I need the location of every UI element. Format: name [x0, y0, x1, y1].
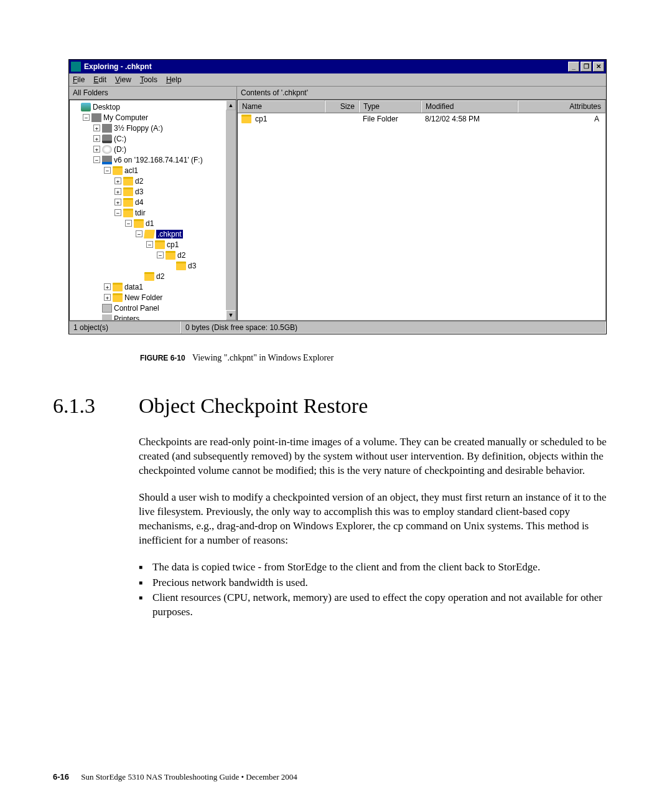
tree-item[interactable]: +d2 — [72, 176, 235, 186]
expander-icon[interactable]: + — [93, 125, 100, 131]
menu-view[interactable]: View — [115, 75, 131, 84]
col-attributes[interactable]: Attributes — [518, 100, 605, 113]
file-row[interactable]: cp1 File Folder 8/12/02 4:58 PM A — [238, 113, 605, 125]
scroll-down-icon[interactable]: ▼ — [226, 310, 236, 320]
tree-label: My Computer — [103, 113, 148, 122]
menu-help[interactable]: Help — [166, 75, 182, 84]
folder-icon — [123, 209, 133, 217]
tree-item[interactable]: Printers — [72, 313, 235, 321]
file-attributes: A — [518, 114, 605, 124]
folder-icon — [113, 293, 123, 302]
menu-file[interactable]: File — [73, 75, 85, 84]
col-name[interactable]: Name — [238, 100, 325, 113]
tree-item[interactable]: Control Panel — [72, 303, 235, 313]
expander-icon[interactable]: + — [104, 283, 111, 290]
tree-label: cp1 — [167, 240, 179, 249]
computer-icon — [91, 113, 101, 122]
tree-item[interactable]: −acl1 — [72, 165, 235, 176]
tree-label: 3½ Floppy (A:) — [114, 124, 163, 133]
bullet-1: The data is copied twice - from StorEdge… — [139, 560, 622, 575]
tree-item[interactable]: Desktop — [72, 101, 235, 112]
menu-tools[interactable]: Tools — [140, 75, 157, 84]
tree-item[interactable]: −d2 — [72, 250, 235, 260]
minimize-button[interactable]: _ — [568, 62, 579, 72]
tree-label: Control Panel — [114, 304, 159, 313]
tree-label: d2 — [177, 251, 185, 260]
tree-item[interactable]: −tdir — [72, 207, 235, 218]
tree-item[interactable]: d2 — [72, 271, 235, 281]
control-icon — [102, 304, 112, 313]
page-number: 6-16 — [53, 772, 69, 781]
expander-icon[interactable]: − — [157, 252, 164, 258]
tree-item[interactable]: −v6 on '192.168.74.141' (F:) — [72, 154, 235, 165]
tree-item[interactable]: d3 — [72, 260, 235, 271]
figure-caption: FIGURE 6-10 Viewing ".chkpnt" in Windows… — [140, 353, 622, 363]
windows-explorer-screenshot: Exploring - .chkpnt _ ❐ ✕ File Edit View… — [68, 59, 607, 334]
expander-icon[interactable]: − — [146, 241, 153, 248]
section-number: 6.1.3 — [53, 394, 139, 418]
expander-icon[interactable]: + — [114, 177, 121, 184]
tree-item[interactable]: +New Folder — [72, 292, 235, 303]
tree-label: Desktop — [93, 103, 120, 111]
page-footer: 6-16 Sun StorEdge 5310 NAS Troubleshooti… — [53, 772, 297, 782]
tree-item[interactable]: +(D:) — [72, 144, 235, 154]
tree-label: d3 — [135, 187, 143, 196]
file-modified: 8/12/02 4:58 PM — [421, 114, 518, 124]
expander-icon[interactable]: + — [104, 294, 111, 301]
tree-label: New Folder — [124, 293, 162, 302]
tree-item[interactable]: −d1 — [72, 218, 235, 229]
left-pane-header: All Folders — [69, 87, 236, 100]
col-type[interactable]: Type — [359, 100, 421, 113]
expander-icon[interactable]: − — [136, 230, 142, 237]
figure-text: Viewing ".chkpnt" in Windows Explorer — [192, 353, 334, 362]
tree-item[interactable]: +(C:) — [72, 133, 235, 144]
tree-label: v6 on '192.168.74.141' (F:) — [114, 156, 203, 164]
col-modified[interactable]: Modified — [421, 100, 518, 113]
folder-icon — [123, 198, 133, 207]
file-list[interactable]: Name Size Type Modified Attributes cp1 F… — [237, 100, 606, 321]
expander-icon[interactable]: + — [114, 188, 121, 195]
folder-icon — [155, 240, 165, 249]
tree-item[interactable]: +data1 — [72, 281, 235, 292]
paragraph-1: Checkpoints are read-only point-in-time … — [139, 435, 622, 478]
folder-open-icon — [144, 230, 155, 238]
expander-icon[interactable]: − — [104, 167, 111, 174]
tree-label: data1 — [124, 283, 143, 291]
scroll-up-icon[interactable]: ▲ — [226, 100, 236, 110]
expander-icon[interactable]: − — [93, 156, 100, 163]
column-headers: Name Size Type Modified Attributes — [238, 100, 605, 113]
tree-item[interactable]: +d3 — [72, 186, 235, 197]
tree-item[interactable]: −My Computer — [72, 112, 235, 123]
tree-scrollbar[interactable]: ▲ ▼ — [226, 100, 236, 320]
expander-icon[interactable]: + — [93, 135, 100, 142]
drive-icon — [102, 134, 112, 143]
maximize-button[interactable]: ❐ — [581, 62, 592, 72]
tree-label: d2 — [156, 272, 164, 281]
tree-label: d4 — [135, 198, 143, 207]
tree-item[interactable]: +d4 — [72, 197, 235, 207]
expander-icon[interactable]: − — [83, 114, 90, 121]
file-size — [325, 114, 359, 124]
expander-icon[interactable]: + — [93, 146, 100, 153]
tree-label: d2 — [135, 177, 143, 186]
footer-text: Sun StorEdge 5310 NAS Troubleshooting Gu… — [81, 772, 297, 781]
menu-bar: File Edit View Tools Help — [69, 73, 606, 87]
menu-edit[interactable]: Edit — [93, 75, 106, 84]
folder-icon — [241, 115, 251, 123]
expander-icon[interactable]: − — [114, 209, 121, 216]
paragraph-2: Should a user wish to modify a checkpoin… — [139, 491, 622, 548]
col-size[interactable]: Size — [325, 100, 359, 113]
tree-item[interactable]: −cp1 — [72, 239, 235, 250]
tree-label: d3 — [188, 262, 196, 270]
window-controls: _ ❐ ✕ — [568, 62, 604, 72]
bullet-3: Client resources (CPU, network, memory) … — [139, 591, 622, 620]
expander-icon[interactable]: + — [114, 199, 121, 205]
tree-item[interactable]: −.chkpnt — [72, 229, 235, 239]
tree-label: .chkpnt — [156, 230, 183, 238]
folder-tree[interactable]: Desktop−My Computer+3½ Floppy (A:)+(C:)+… — [69, 100, 236, 321]
close-button[interactable]: ✕ — [593, 62, 604, 72]
tree-label: acl1 — [124, 166, 138, 175]
expander-icon[interactable]: − — [125, 220, 132, 227]
tree-item[interactable]: +3½ Floppy (A:) — [72, 123, 235, 133]
section-heading: 6.1.3 Object Checkpoint Restore — [53, 394, 622, 418]
